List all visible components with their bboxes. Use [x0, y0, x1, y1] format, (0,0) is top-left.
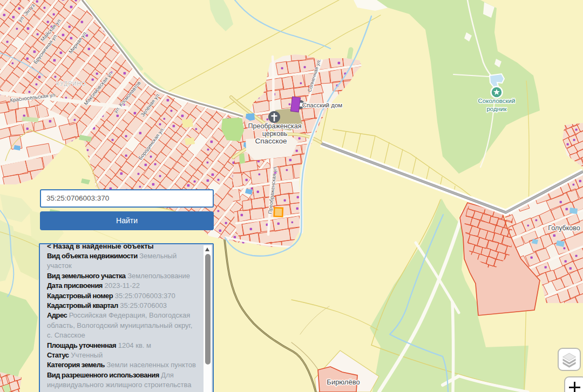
svg-text:родник: родник [486, 106, 507, 112]
svg-text:Спасский дом: Спасский дом [302, 102, 343, 108]
svg-text:Голубково: Голубково [548, 224, 580, 232]
svg-text:церковь: церковь [262, 130, 288, 137]
svg-text:Преображенская: Преображенская [248, 122, 302, 130]
svg-text:Бирюлёво: Бирюлёво [327, 378, 360, 386]
svg-text:Спасское: Спасское [255, 137, 287, 145]
svg-text:КУДРИНО: КУДРИНО [56, 81, 86, 87]
svg-text:Соколовский: Соколовский [478, 98, 516, 104]
